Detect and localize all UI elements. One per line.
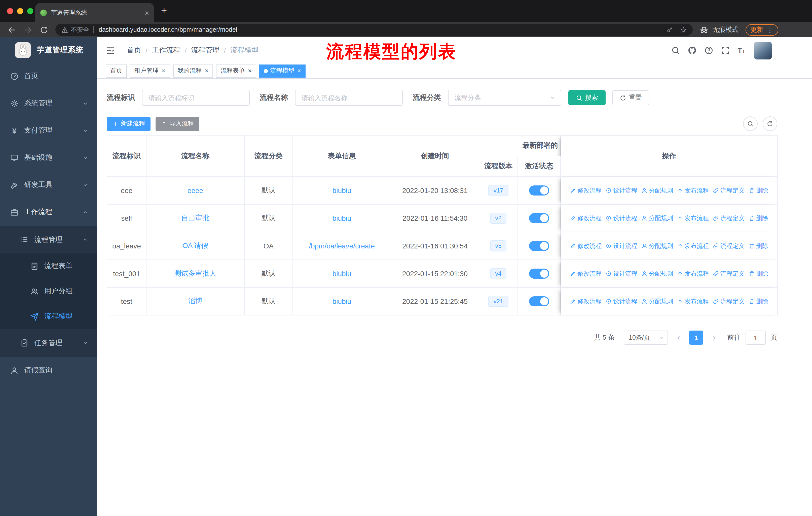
minimize-window-button[interactable] [17,8,23,14]
modify-process-action[interactable]: 修改流程 [570,297,602,306]
create-process-button[interactable]: 新建流程 [107,117,150,131]
active-toggle[interactable] [529,269,549,279]
prev-page-button[interactable] [673,331,684,345]
close-icon[interactable]: × [297,67,301,74]
publish-process-action[interactable]: 发布流程 [677,269,709,278]
security-label[interactable]: 不安全 [71,25,89,34]
delete-action[interactable]: 删除 [749,242,768,250]
forward-icon[interactable] [24,25,32,34]
reload-icon[interactable] [40,25,48,34]
breadcrumb-item[interactable]: 首页 [127,46,141,55]
design-process-action[interactable]: 设计流程 [606,242,637,250]
menu-dots-icon[interactable]: ⋮ [767,26,773,33]
breadcrumb-item[interactable]: 工作流程 [152,46,180,55]
delete-action[interactable]: 删除 [749,186,768,195]
form-info-link[interactable]: biubiu [332,214,351,222]
form-info-link[interactable]: /bpm/oa/leave/create [309,242,375,250]
delete-action[interactable]: 删除 [749,214,768,222]
search-icon[interactable] [671,46,680,55]
active-toggle[interactable] [529,213,549,223]
refresh-table-button[interactable] [763,116,777,131]
sidebar-item-process-model[interactable]: 流程模型 [0,304,97,329]
close-icon[interactable]: × [162,67,165,74]
sidebar-item-task-management[interactable]: 任务管理 [0,329,97,357]
sidebar-item-workflow[interactable]: 工作流程 [0,198,97,226]
github-icon[interactable] [688,46,697,55]
process-name-link[interactable]: 滔博 [188,297,202,305]
process-definition-action[interactable]: 流程定义 [713,186,745,195]
process-name-link[interactable]: 自己审批 [181,214,209,222]
publish-process-action[interactable]: 发布流程 [677,186,709,195]
process-name-link[interactable]: eeee [187,186,203,194]
close-icon[interactable]: × [205,67,208,74]
user-avatar[interactable] [754,42,772,59]
sidebar-item-dev-tools[interactable]: 研发工具 [0,171,97,198]
browser-tab[interactable]: 芋道管理系统 × [35,3,154,22]
back-icon[interactable] [7,25,16,34]
tag-process-form[interactable]: 流程表单 × [216,64,256,77]
sidebar-item-user-group[interactable]: 用户分组 [0,279,97,304]
tag-tenant-management[interactable]: 租户管理 × [130,64,170,77]
sidebar-item-home[interactable]: 首页 [0,62,97,90]
tag-home[interactable]: 首页 [106,64,127,77]
process-definition-action[interactable]: 流程定义 [713,242,745,250]
design-process-action[interactable]: 设计流程 [606,297,637,306]
process-name-input[interactable] [295,90,403,106]
close-icon[interactable]: × [248,67,252,74]
goto-page-input[interactable] [746,331,766,345]
key-icon[interactable] [667,26,673,33]
publish-process-action[interactable]: 发布流程 [677,242,709,250]
process-category-select[interactable]: 流程分类 [448,90,561,106]
publish-process-action[interactable]: 发布流程 [677,297,709,306]
tag-my-process[interactable]: 我的流程 × [173,64,213,77]
sidebar-item-leave-query[interactable]: 请假查询 [0,357,97,384]
assign-rules-action[interactable]: 分配规则 [641,269,673,278]
fullscreen-icon[interactable] [721,46,730,55]
sidebar-item-infra[interactable]: 基础设施 [0,144,97,171]
help-icon[interactable] [704,46,713,55]
design-process-action[interactable]: 设计流程 [606,186,637,195]
publish-process-action[interactable]: 发布流程 [677,214,709,222]
assign-rules-action[interactable]: 分配规则 [641,186,673,195]
sidebar-item-process-management[interactable]: 流程管理 [0,226,97,253]
zoom-window-button[interactable] [27,8,33,14]
delete-action[interactable]: 删除 [749,297,768,306]
process-name-link[interactable]: 测试多审批人 [174,269,216,277]
import-process-button[interactable]: 导入流程 [155,117,199,131]
modify-process-action[interactable]: 修改流程 [570,269,602,278]
process-definition-action[interactable]: 流程定义 [713,269,745,278]
next-page-button[interactable] [708,331,719,345]
toggle-search-button[interactable] [743,116,758,131]
modify-process-action[interactable]: 修改流程 [570,242,602,250]
delete-action[interactable]: 删除 [749,269,768,278]
design-process-action[interactable]: 设计流程 [606,269,637,278]
reset-button[interactable]: 重置 [612,90,649,105]
form-info-link[interactable]: biubiu [332,186,351,194]
process-definition-action[interactable]: 流程定义 [713,214,745,222]
new-tab-button[interactable]: + [161,5,167,17]
assign-rules-action[interactable]: 分配规则 [641,242,673,250]
modify-process-action[interactable]: 修改流程 [570,186,602,195]
active-toggle[interactable] [529,241,549,251]
page-size-select[interactable]: 10条/页 [624,331,668,345]
process-name-link[interactable]: OA 请假 [182,241,208,249]
sidebar-item-pay[interactable]: ¥ 支付管理 [0,117,97,144]
modify-process-action[interactable]: 修改流程 [570,214,602,222]
assign-rules-action[interactable]: 分配规则 [641,297,673,306]
fold-menu-icon[interactable] [106,46,115,55]
bookmark-star-icon[interactable] [680,26,687,33]
form-info-link[interactable]: biubiu [332,297,351,305]
process-key-input[interactable] [142,90,250,106]
design-process-action[interactable]: 设计流程 [606,214,637,222]
active-toggle[interactable] [529,296,549,306]
breadcrumb-item[interactable]: 流程管理 [191,46,220,55]
process-definition-action[interactable]: 流程定义 [713,297,745,306]
tag-process-model[interactable]: 流程模型 × [259,64,306,77]
sidebar-item-process-form[interactable]: 流程表单 [0,253,97,279]
font-size-icon[interactable] [737,46,747,55]
tab-close-icon[interactable]: × [144,9,149,17]
assign-rules-action[interactable]: 分配规则 [641,214,673,222]
active-toggle[interactable] [529,185,549,195]
page-1-button[interactable]: 1 [689,331,703,345]
close-window-button[interactable] [7,8,13,14]
